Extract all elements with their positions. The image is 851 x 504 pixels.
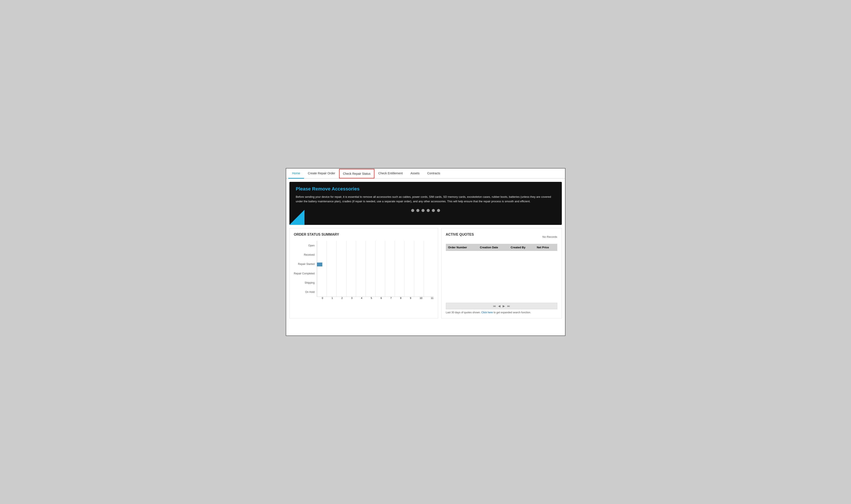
y-label-repair-started: Repair Started <box>294 259 315 269</box>
y-label-open: Open <box>294 241 315 250</box>
bar-fill-repair-started <box>317 263 322 266</box>
banner-dot-0[interactable] <box>411 209 414 212</box>
banner-title: Please Remove Accessories <box>296 186 555 192</box>
order-status-title: ORDER STATUS SUMMARY <box>294 233 434 236</box>
pagination-controls: ⏮ ◀ ▶ ⏭ <box>447 304 556 308</box>
y-label-on-hold: On Hold <box>294 288 315 297</box>
header-row: Order NumberCreation DateCreated ByNet P… <box>446 244 557 251</box>
banner-dot-4[interactable] <box>432 209 435 212</box>
nav-item-create-repair-order[interactable]: Create Repair Order <box>304 168 339 179</box>
banner-dot-3[interactable] <box>427 209 430 212</box>
quotes-table-header: Order NumberCreation DateCreated ByNet P… <box>446 244 557 251</box>
chart-container: OpenReceivedRepair StartedRepair Complet… <box>294 241 434 299</box>
x-label-1: 1 <box>331 297 333 299</box>
first-page-button[interactable]: ⏮ <box>493 304 496 308</box>
nav-item-assets[interactable]: Assets <box>407 168 423 179</box>
y-label-received: Received <box>294 250 315 259</box>
x-label-7: 7 <box>390 297 392 299</box>
prev-page-button[interactable]: ◀ <box>498 304 501 308</box>
col-header-creation-date: Creation Date <box>478 244 508 251</box>
x-label-9: 9 <box>410 297 411 299</box>
x-axis-labels: 01234567891011 <box>322 297 434 299</box>
main-content: ORDER STATUS SUMMARY OpenReceivedRepair … <box>286 228 565 322</box>
nav-bar: HomeCreate Repair OrderCheck Repair Stat… <box>286 168 565 179</box>
bar-row-received <box>317 254 433 258</box>
col-header-created-by: Created By <box>508 244 535 251</box>
y-label-repair-completed: Repair Completed <box>294 269 315 278</box>
bar-row-repair-completed <box>317 271 433 275</box>
x-label-10: 10 <box>420 297 422 299</box>
bars-overlay <box>317 241 433 296</box>
quotes-table: Order NumberCreation DateCreated ByNet P… <box>446 244 557 298</box>
x-label-4: 4 <box>361 297 362 299</box>
x-label-11: 11 <box>431 297 433 299</box>
bar-row-shipping <box>317 279 433 284</box>
y-axis-labels: OpenReceivedRepair StartedRepair Complet… <box>294 241 317 297</box>
bar-row-on-hold <box>317 288 433 292</box>
bar-row-open <box>317 245 433 249</box>
x-label-2: 2 <box>342 297 343 299</box>
chart-grid <box>317 241 433 297</box>
last-page-button[interactable]: ⏭ <box>507 304 510 308</box>
order-status-panel: ORDER STATUS SUMMARY OpenReceivedRepair … <box>289 228 438 319</box>
app-container: HomeCreate Repair OrderCheck Repair Stat… <box>286 168 565 336</box>
banner-text: Before sending your device for repair, i… <box>296 195 555 204</box>
banner-dot-1[interactable] <box>416 209 419 212</box>
quotes-footer: Last 30 days of quotes shown. Click here… <box>446 311 557 314</box>
next-page-button[interactable]: ▶ <box>503 304 505 308</box>
banner-dots <box>296 209 555 212</box>
col-header-order-number: Order Number <box>446 244 478 251</box>
footer-text: Last 30 days of quotes shown. <box>446 311 481 314</box>
x-label-6: 6 <box>381 297 382 299</box>
x-label-3: 3 <box>351 297 352 299</box>
col-header-net-price: Net Price <box>535 244 557 251</box>
footer-suffix: to get expanded search function. <box>494 311 531 314</box>
click-here-link[interactable]: Click here <box>481 311 493 314</box>
chart-area: OpenReceivedRepair StartedRepair Complet… <box>294 241 434 297</box>
active-quotes-title: ACTIVE QUOTES <box>446 233 474 236</box>
no-records-label: No Records <box>542 235 557 238</box>
nav-item-home[interactable]: Home <box>288 168 304 179</box>
banner-triangle <box>289 210 305 225</box>
pagination-bar: ⏮ ◀ ▶ ⏭ <box>446 303 557 309</box>
bar-row-repair-started <box>317 262 433 267</box>
active-quotes-panel: ACTIVE QUOTES No Records Order NumberCre… <box>441 228 562 319</box>
nav-item-check-entitlement[interactable]: Check Entitlement <box>375 168 407 179</box>
quotes-table-body <box>446 251 557 298</box>
y-label-shipping: Shipping <box>294 278 315 287</box>
quotes-header: ACTIVE QUOTES No Records <box>446 233 557 241</box>
x-label-5: 5 <box>371 297 372 299</box>
banner-dot-2[interactable] <box>421 209 424 212</box>
banner-dot-5[interactable] <box>437 209 440 212</box>
x-label-8: 8 <box>400 297 401 299</box>
announcement-banner: Please Remove Accessories Before sending… <box>289 182 562 225</box>
nav-item-contracts[interactable]: Contracts <box>423 168 444 179</box>
x-label-0: 0 <box>322 297 323 299</box>
nav-item-check-repair-status[interactable]: Check Repair Status <box>339 169 375 178</box>
